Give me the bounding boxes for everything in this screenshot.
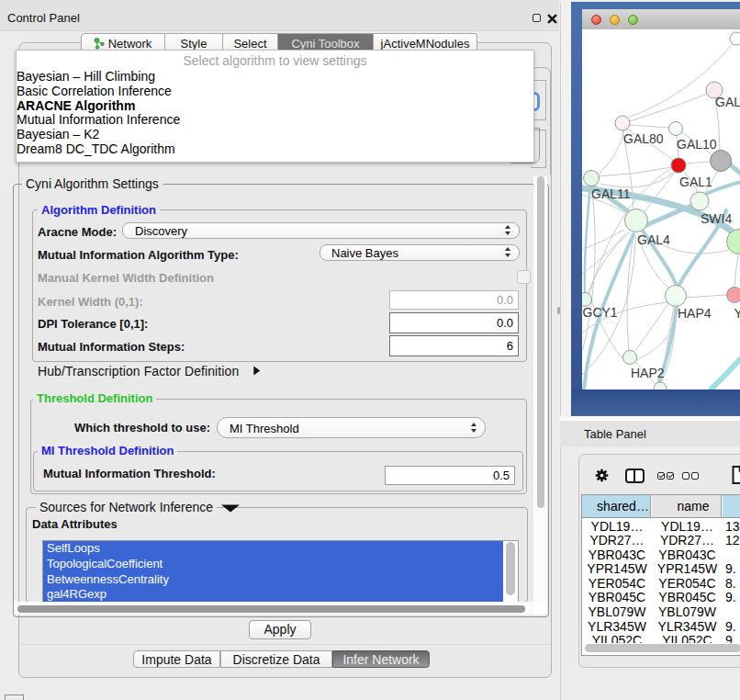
- svg-text:GAL80: GAL80: [623, 131, 664, 146]
- svg-text:GAL1: GAL1: [679, 175, 712, 189]
- svg-text:HAP2: HAP2: [631, 366, 665, 380]
- svg-text:HAP4: HAP4: [678, 306, 712, 321]
- svg-text:GAL10: GAL10: [677, 137, 717, 152]
- svg-text:Y: Y: [734, 306, 740, 321]
- svg-text:GAL: GAL: [715, 95, 740, 109]
- svg-text:SWI4: SWI4: [701, 211, 732, 226]
- svg-text:GAL4: GAL4: [637, 232, 670, 247]
- svg-text:GAL11: GAL11: [591, 186, 631, 201]
- svg-text:GCY1: GCY1: [583, 305, 618, 320]
